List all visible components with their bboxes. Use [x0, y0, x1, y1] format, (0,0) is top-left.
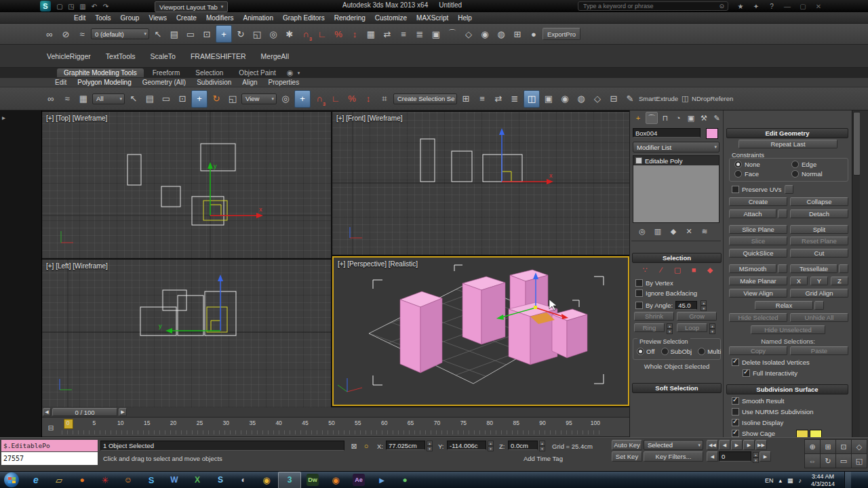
graphite-ribbon-toggle-icon[interactable]: ▣	[429, 26, 443, 42]
taskbar-excel[interactable]: X	[186, 472, 209, 488]
schematic-view-icon[interactable]: ◇	[461, 26, 476, 42]
frameshifter-button[interactable]: FRAMESHIFTER	[187, 51, 250, 62]
ribbon-isolate-icon[interactable]: ⊞	[458, 91, 473, 107]
preview-multi-radio[interactable]	[698, 348, 705, 355]
object-color-swatch[interactable]	[706, 128, 718, 139]
border-subobject-icon[interactable]: ▢	[672, 264, 683, 275]
taskbar-clock[interactable]: 3:44 AM 4/3/2014	[807, 473, 839, 488]
snap-toggle-icon[interactable]: ∩3	[298, 26, 313, 42]
menu-customize[interactable]: Customize	[370, 14, 412, 22]
taskbar-green-app[interactable]: ●	[393, 472, 416, 488]
hide-selected-button[interactable]: Hide Selected	[729, 313, 787, 322]
menu-help[interactable]: Help	[453, 14, 477, 22]
reference-coordinate-dropdown[interactable]: View	[241, 94, 277, 104]
zoom-region-icon[interactable]: ▭	[835, 453, 852, 468]
select-and-manipulate-icon[interactable]: ✱	[282, 26, 297, 42]
edit-named-selections-icon[interactable]: ▦	[363, 26, 378, 42]
undo-icon[interactable]: ↶	[89, 1, 100, 12]
absolute-relative-icon[interactable]: ○	[361, 441, 372, 451]
ribbon-attach-icon[interactable]: ≈	[60, 91, 75, 107]
viewport-left[interactable]: y [+] [Left] [Wireframe]	[42, 260, 331, 407]
taskbar-pinwheel-app[interactable]: ✳	[94, 472, 117, 488]
z-coord-spinner[interactable]	[539, 441, 545, 450]
show-desktop-button[interactable]	[844, 472, 851, 488]
split-button[interactable]: Split	[790, 225, 848, 234]
constraint-face-radio[interactable]	[734, 170, 742, 178]
modify-tab-icon[interactable]: ⌒	[646, 112, 658, 124]
frame-spinner[interactable]	[753, 452, 759, 462]
ribbon-named-sets-icon[interactable]: ▦	[76, 91, 91, 107]
auto-key-button[interactable]: Auto Key	[612, 440, 642, 450]
render-setup-icon[interactable]: ◍	[494, 26, 509, 42]
repeat-last-button[interactable]: Repeat Last	[738, 140, 837, 148]
grow-button[interactable]: Grow	[677, 312, 717, 321]
communication-center-icon[interactable]: ✦	[751, 1, 762, 12]
ribbon-angle-snap-icon[interactable]: ∟	[328, 91, 343, 107]
scaleto-button[interactable]: ScaleTo	[147, 51, 179, 62]
soft-selection-rollout-header[interactable]: Soft Selection	[632, 383, 722, 393]
constraint-edge-radio[interactable]	[791, 161, 799, 168]
zoom-all-icon[interactable]: ⊞	[820, 439, 836, 454]
layer-manager-icon[interactable]: ≣	[412, 26, 427, 42]
render-production-icon[interactable]: ●	[526, 26, 541, 42]
next-key-button[interactable]: ▶	[743, 440, 755, 450]
select-by-name-icon[interactable]: ▤	[167, 26, 182, 42]
zoom-icon[interactable]: ⊕	[804, 439, 821, 454]
search-input[interactable]	[582, 2, 716, 10]
bind-to-spacewarp-icon[interactable]: ≈	[75, 26, 90, 42]
tray-network-icon[interactable]: ▦	[787, 477, 793, 484]
isoline-display-checkbox[interactable]	[732, 419, 739, 426]
ribbon-keyboard-icon[interactable]: ⌗	[377, 91, 392, 107]
collapse-button[interactable]: Collapse	[790, 197, 848, 206]
planar-x-button[interactable]: X	[790, 277, 808, 285]
object-name-field[interactable]: Box004	[633, 128, 701, 138]
set-key-button[interactable]: Set Key	[612, 451, 642, 462]
display-tab-icon[interactable]: ▣	[686, 113, 696, 123]
subtab-properties[interactable]: Properties	[264, 79, 304, 86]
time-slider-thumb[interactable]: 0 / 100	[52, 408, 117, 416]
ribbon-window-icon[interactable]: ◫	[524, 90, 540, 108]
hierarchy-tab-icon[interactable]: ⊓	[660, 113, 671, 123]
taskbar-media-player[interactable]: ▶	[370, 472, 393, 488]
taskbar-after-effects[interactable]: Ae	[347, 472, 370, 488]
ribbon-minimize-icon[interactable]: ▾	[298, 70, 300, 76]
go-to-end-button[interactable]: ▶▶	[755, 440, 767, 450]
subtab-edit[interactable]: Edit	[50, 79, 71, 86]
texttools-button[interactable]: TextTools	[102, 51, 139, 62]
ribbon-render-icon[interactable]: ◍	[574, 91, 589, 107]
create-tab-icon[interactable]: +	[633, 113, 644, 123]
menu-create[interactable]: Create	[172, 14, 201, 22]
subdivision-surface-header[interactable]: Subdivision Surface	[726, 384, 848, 394]
selection-filter-dropdown[interactable]: All	[92, 94, 125, 104]
tray-volume-icon[interactable]: ♪	[799, 477, 802, 484]
x-coord-field[interactable]: 77.025cm	[386, 441, 425, 450]
slice-button[interactable]: Slice	[729, 237, 787, 245]
show-cage-checkbox[interactable]	[732, 430, 739, 437]
minimize-window-icon[interactable]: —	[782, 1, 793, 12]
start-button[interactable]	[4, 472, 19, 487]
menu-views[interactable]: Views	[144, 14, 172, 22]
viewport-label-top[interactable]: [+] [Top] [Wireframe]	[46, 115, 107, 122]
viewport-layout-tab-button[interactable]: Viewport Layout Tab ▾	[155, 1, 228, 12]
unhide-all-button[interactable]: Unhide All	[790, 313, 848, 322]
utilities-tab-icon[interactable]: ⚒	[698, 113, 709, 123]
detach-button[interactable]: Detach	[790, 209, 848, 218]
planar-y-button[interactable]: Y	[810, 277, 828, 285]
language-indicator[interactable]: EN	[765, 477, 774, 484]
menu-edit[interactable]: Edit	[69, 14, 90, 22]
select-and-move-icon[interactable]: +	[216, 25, 232, 43]
preview-off-radio[interactable]	[637, 348, 644, 355]
ribbon-display-icon[interactable]: ▣	[541, 91, 556, 107]
ribbon-move-icon[interactable]: +	[191, 90, 208, 108]
y-coord-field[interactable]: -114.006c	[447, 441, 486, 450]
selection-rollout-header[interactable]: Selection	[632, 253, 722, 263]
tessellate-button[interactable]: Tessellate	[790, 264, 837, 273]
ribbon-schematic-icon[interactable]: ◇	[590, 91, 605, 107]
loop-spinner[interactable]	[709, 323, 715, 333]
x-coord-spinner[interactable]	[427, 441, 433, 450]
search-icon[interactable]: ⊙	[719, 3, 724, 9]
menu-animation[interactable]: Animation	[238, 14, 277, 22]
maxscript-mini-listener-output[interactable]: 27557	[1, 452, 98, 465]
ribbon-rotate-icon[interactable]: ↻	[209, 91, 224, 107]
by-angle-spinner[interactable]	[701, 300, 707, 310]
